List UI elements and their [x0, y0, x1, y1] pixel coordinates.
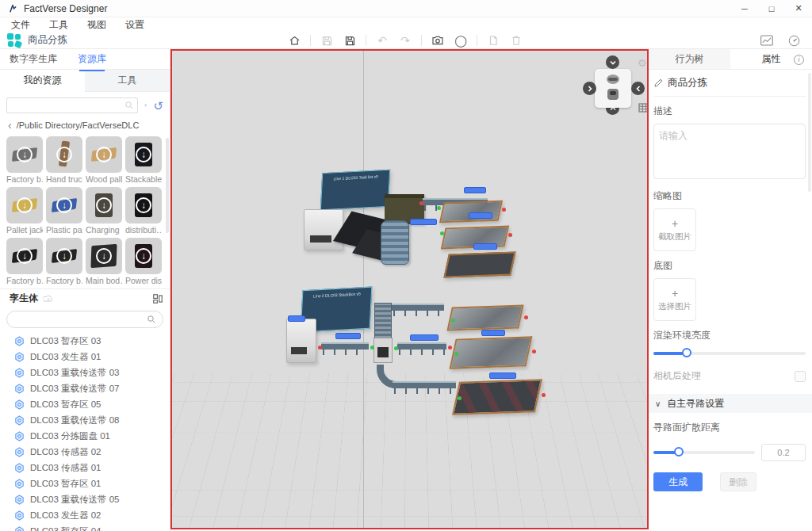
- viewport-grid-icon[interactable]: [638, 103, 649, 115]
- generate-button[interactable]: 生成: [653, 472, 703, 491]
- reset-icon[interactable]: ↺: [153, 100, 163, 112]
- asset-item[interactable]: ↓Pallet jack 2: [6, 187, 43, 235]
- scrollbar[interactable]: [166, 138, 169, 233]
- twin-item[interactable]: DLC03 暂存区 01: [0, 476, 170, 491]
- pallet-tray[interactable]: [446, 304, 523, 330]
- copy-button[interactable]: [486, 33, 500, 48]
- conveyor-belt[interactable]: [397, 342, 446, 350]
- slider-handle[interactable]: [674, 447, 684, 457]
- twin-search-input[interactable]: [13, 315, 147, 324]
- nav-rotate-down-button[interactable]: [606, 55, 619, 69]
- menu-file[interactable]: 文件: [11, 18, 30, 32]
- close-button[interactable]: ✕: [785, 0, 812, 17]
- transfer-machine[interactable]: [373, 338, 393, 363]
- spread-distance-input[interactable]: [761, 444, 806, 461]
- twin-item[interactable]: DLC03 发生器 02: [0, 507, 170, 523]
- menu-tools[interactable]: 工具: [49, 18, 68, 32]
- twin-item[interactable]: DLC03 重载传送带 07: [0, 380, 170, 396]
- twin-item[interactable]: DLC03 重载传送带 08: [0, 412, 170, 428]
- pallet-tray[interactable]: [452, 379, 542, 415]
- menu-settings[interactable]: 设置: [125, 18, 144, 32]
- pallet-tray[interactable]: [443, 252, 515, 278]
- asset-item[interactable]: ↓Plastic pal…: [46, 187, 82, 235]
- vertical-conveyor[interactable]: [374, 303, 392, 339]
- tab-resource-library[interactable]: 资源库: [78, 52, 106, 66]
- slider-handle[interactable]: [682, 348, 691, 357]
- asset-item[interactable]: ↓Factory b…: [46, 238, 82, 285]
- home-button[interactable]: [287, 33, 301, 48]
- save-as-button[interactable]: [343, 33, 357, 48]
- twin-item[interactable]: DLC03 重载传送带 03: [0, 365, 170, 380]
- pathfinding-section-header[interactable]: ∨ 自主寻路设置: [649, 394, 812, 413]
- cloud-upload-icon[interactable]: [43, 294, 54, 303]
- entity-label: [335, 333, 361, 339]
- save-button[interactable]: [320, 33, 334, 48]
- capture-image-button[interactable]: + 截取图片: [653, 208, 696, 251]
- delete-button[interactable]: [509, 33, 523, 48]
- spread-distance-label: 寻路面扩散距离: [653, 421, 806, 434]
- twin-item[interactable]: DLC03 发生器 01: [0, 349, 170, 365]
- info-icon[interactable]: i: [794, 55, 804, 65]
- nav-rotate-left-button[interactable]: [583, 82, 596, 95]
- postprocess-checkbox[interactable]: [795, 371, 806, 382]
- twin-list: DLC03 暂存区 03 DLC03 发生器 01 DLC03 重载传送带 03…: [0, 331, 170, 531]
- postprocess-label: 相机后处理: [653, 369, 701, 383]
- asset-item[interactable]: ↓Power dis…: [125, 238, 162, 285]
- gauge-button[interactable]: [787, 33, 801, 48]
- tab-my-resources[interactable]: 我的资源: [0, 70, 85, 92]
- asset-item[interactable]: ↓Main bod…: [86, 238, 122, 285]
- asset-item[interactable]: ↓Hand truck: [46, 136, 82, 184]
- description-input[interactable]: [653, 124, 806, 179]
- redo-button[interactable]: ↷: [398, 33, 412, 48]
- circle-select-button[interactable]: ◯: [454, 33, 468, 48]
- pallet-tray[interactable]: [439, 201, 503, 223]
- asset-item[interactable]: ↓distributi…: [125, 187, 162, 235]
- filter-icon[interactable]: [144, 100, 147, 111]
- layout-toggle-icon[interactable]: [152, 293, 163, 304]
- viewport-3d[interactable]: Line 1 DLC03 Task list v5 Line 2 DLC03 S…: [170, 49, 649, 529]
- menu-view[interactable]: 视图: [87, 18, 106, 32]
- edit-pencil-icon[interactable]: [653, 78, 663, 88]
- asset-search-input[interactable]: [12, 101, 124, 110]
- brightness-slider[interactable]: [653, 352, 806, 355]
- scrollbar[interactable]: [808, 73, 811, 192]
- download-icon: ↓: [56, 248, 72, 264]
- asset-item[interactable]: ↓Stackable…: [125, 136, 162, 184]
- chevron-down-icon: ∨: [655, 399, 661, 408]
- camera-capture-button[interactable]: [431, 33, 445, 48]
- tab-digital-twin-library[interactable]: 数字孪生库: [10, 52, 57, 66]
- undo-button[interactable]: ↶: [375, 33, 389, 48]
- spiral-conveyor[interactable]: [381, 220, 409, 265]
- generator-machine[interactable]: [286, 319, 316, 363]
- maximize-button[interactable]: □: [758, 0, 785, 17]
- generator-machine[interactable]: [304, 209, 343, 250]
- conveyor-belt[interactable]: [392, 304, 444, 311]
- twin-item[interactable]: DLC03 分拣圆盘 01: [0, 428, 170, 444]
- choose-image-button[interactable]: + 选择图片: [653, 278, 696, 321]
- asset-item[interactable]: ↓Factory b…: [6, 136, 43, 184]
- conveyor-belt[interactable]: [393, 381, 456, 388]
- twin-item[interactable]: DLC03 暂存区 05: [0, 396, 170, 412]
- conveyor-belt[interactable]: [321, 342, 369, 350]
- delete-navmesh-button[interactable]: 删除: [720, 472, 756, 491]
- asset-item[interactable]: ↓Charging …: [86, 187, 122, 235]
- asset-item[interactable]: ↓Wood pallet: [86, 136, 122, 184]
- twin-item[interactable]: DLC03 传感器 02: [0, 444, 170, 460]
- twin-item[interactable]: DLC03 重载传送带 05: [0, 491, 170, 507]
- tab-tools[interactable]: 工具: [85, 70, 170, 92]
- viewport-settings-icon[interactable]: ⚙: [638, 57, 647, 69]
- minimize-button[interactable]: ─: [731, 0, 758, 17]
- nav-rotate-right-button[interactable]: [631, 82, 645, 95]
- pallet-tray[interactable]: [450, 336, 533, 369]
- billboard-line1[interactable]: Line 1 DLC03 Task list v5: [320, 170, 390, 211]
- twin-item[interactable]: DLC03 传感器 01: [0, 460, 170, 476]
- download-icon: ↓: [17, 248, 33, 264]
- asset-item[interactable]: ↓Factory b…: [6, 238, 43, 285]
- chart-button[interactable]: [760, 33, 774, 48]
- back-icon[interactable]: ‹: [8, 120, 12, 131]
- twin-item[interactable]: DLC03 暂存区 04: [0, 523, 170, 531]
- view-cube[interactable]: [595, 69, 631, 108]
- tab-behavior-tree[interactable]: 行为树: [649, 49, 730, 69]
- twin-item[interactable]: DLC03 暂存区 03: [0, 333, 170, 349]
- spread-distance-slider[interactable]: [653, 451, 755, 454]
